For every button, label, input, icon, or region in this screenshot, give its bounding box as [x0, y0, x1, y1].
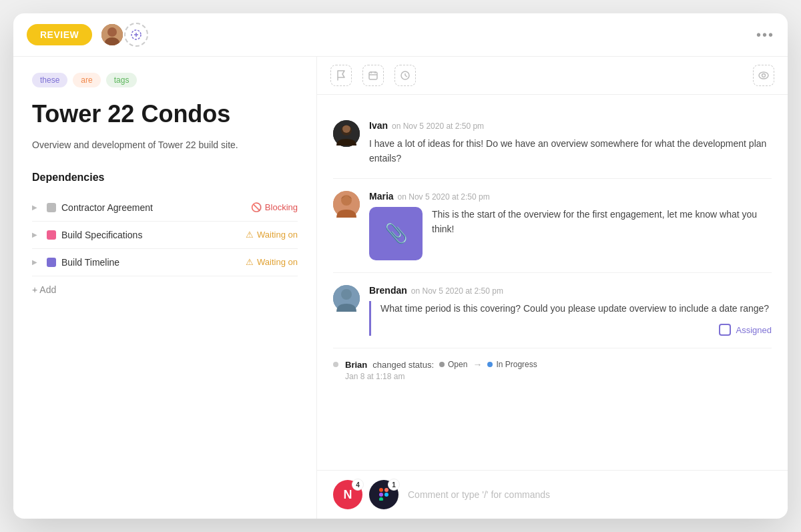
user-avatar	[100, 23, 124, 47]
comment-text: What time period is this covering? Could…	[380, 301, 772, 316]
table-row: ▶ Build Timeline ⚠ Waiting on	[32, 249, 298, 276]
tag-tags[interactable]: tags	[106, 73, 138, 87]
left-panel: these are tags Tower 22 Condos Overview …	[13, 57, 317, 519]
attachment-thumbnail[interactable]: 📎	[369, 207, 423, 260]
tag-these[interactable]: these	[32, 73, 67, 87]
svg-point-26	[384, 493, 388, 497]
comments-area: Ivan on Nov 5 2020 at 2:50 pm I have a l…	[317, 95, 788, 470]
comment-input-area: N 4 1	[317, 470, 788, 519]
from-status-label: Open	[448, 360, 467, 369]
chevron-right-icon: ▶	[32, 204, 41, 211]
comment-header: Brendan on Nov 5 2020 at 2:50 pm	[369, 285, 772, 296]
dep-color-dot	[47, 203, 56, 212]
tag-are[interactable]: are	[73, 73, 100, 87]
dep-color-dot	[47, 230, 56, 240]
notion-icon: N	[344, 488, 352, 502]
table-row: ▶ Build Specifications ⚠ Waiting on	[32, 222, 298, 249]
dependencies-title: Dependencies	[32, 172, 298, 184]
app-window: REVIEW •••	[13, 13, 788, 519]
top-bar: REVIEW •••	[13, 13, 788, 57]
chevron-right-icon: ▶	[32, 231, 41, 238]
comment-block: Brendan on Nov 5 2020 at 2:50 pm What ti…	[333, 273, 772, 348]
eye-icon[interactable]	[753, 65, 774, 86]
page-description: Overview and development of Tower 22 bui…	[32, 138, 298, 152]
waiting-icon: ⚠	[246, 257, 254, 267]
comment-block: Ivan on Nov 5 2020 at 2:50 pm I have a l…	[333, 108, 772, 179]
svg-rect-22	[379, 488, 383, 492]
clock-icon[interactable]	[394, 65, 416, 86]
comment-time: on Nov 5 2020 at 2:50 pm	[398, 192, 490, 202]
add-dependency-button[interactable]: + Add	[32, 284, 298, 295]
paperclip-icon: 📎	[384, 222, 408, 244]
dep-status-waiting: ⚠ Waiting on	[246, 257, 298, 267]
comment-text: This is the start of the overview for th…	[432, 207, 772, 237]
comment-text: I have a lot of ideas for this! Do we ha…	[369, 136, 772, 166]
comment-author: Brendan	[369, 285, 407, 296]
avatar	[333, 120, 360, 147]
dep-status-waiting: ⚠ Waiting on	[246, 230, 298, 240]
comment-header: Maria on Nov 5 2020 at 2:50 pm	[369, 191, 772, 202]
flag-icon[interactable]	[330, 65, 352, 86]
avatar	[333, 285, 360, 312]
add-member-button[interactable]	[124, 23, 148, 47]
svg-point-13	[759, 72, 768, 79]
status-change-content: Brian changed status: Open → In Progress	[345, 359, 772, 381]
notion-badge-count: 4	[352, 479, 364, 491]
dependencies-list: ▶ Contractor Agreement 🚫 Blocking ▶ Buil…	[32, 194, 298, 276]
status-change-action: changed status:	[372, 360, 434, 370]
comment-content: Ivan on Nov 5 2020 at 2:50 pm I have a l…	[369, 120, 772, 166]
comment-input[interactable]: Comment or type '/' for commands	[408, 489, 772, 500]
svg-rect-25	[379, 497, 383, 501]
comment-content: Brendan on Nov 5 2020 at 2:50 pm What ti…	[369, 285, 772, 336]
comment-content: Maria on Nov 5 2020 at 2:50 pm 📎 This is…	[369, 191, 772, 260]
dep-name: Build Specifications	[61, 230, 240, 240]
review-button[interactable]: REVIEW	[27, 24, 92, 45]
from-status: Open	[439, 360, 467, 369]
arrow-right-icon: →	[473, 359, 482, 370]
status-change-line: Brian changed status: Open → In Progress	[345, 359, 772, 370]
avatar	[333, 191, 360, 218]
from-status-dot	[439, 362, 445, 367]
to-status: In Progress	[487, 360, 537, 369]
assigned-checkbox[interactable]	[719, 324, 731, 336]
svg-point-1	[107, 27, 117, 37]
main-content: these are tags Tower 22 Condos Overview …	[13, 57, 788, 519]
status-change-time: Jan 8 at 1:18 am	[345, 372, 772, 381]
table-row: ▶ Contractor Agreement 🚫 Blocking	[32, 194, 298, 222]
svg-point-19	[341, 195, 352, 206]
chevron-right-icon: ▶	[32, 258, 41, 266]
figma-badge[interactable]: 1	[369, 480, 398, 509]
svg-point-21	[341, 289, 352, 300]
brendan-comment-body: What time period is this covering? Could…	[369, 301, 772, 336]
assigned-label: Assigned	[736, 325, 772, 335]
comment-author: Ivan	[369, 120, 388, 131]
more-options-button[interactable]: •••	[756, 27, 774, 43]
assigned-row: Assigned	[380, 324, 772, 336]
status-dot	[333, 362, 338, 367]
to-status-dot	[487, 362, 493, 367]
svg-rect-23	[384, 488, 388, 492]
blocking-icon: 🚫	[251, 202, 262, 212]
notion-badge[interactable]: N 4	[333, 480, 362, 509]
avatar-face	[100, 23, 124, 47]
svg-point-17	[342, 125, 350, 133]
status-change-author: Brian	[345, 360, 367, 370]
avatar-group	[100, 23, 148, 47]
calendar-icon[interactable]	[362, 65, 384, 86]
status-change-row: Brian changed status: Open → In Progress	[333, 348, 772, 392]
dep-status-blocking: 🚫 Blocking	[251, 202, 298, 212]
svg-rect-24	[379, 493, 383, 497]
dep-name: Build Timeline	[61, 257, 240, 268]
to-status-label: In Progress	[496, 360, 537, 369]
svg-point-14	[762, 74, 766, 77]
comment-attachment: 📎 This is the start of the overview for …	[369, 207, 772, 260]
right-panel: Ivan on Nov 5 2020 at 2:50 pm I have a l…	[317, 57, 788, 519]
comment-block: Maria on Nov 5 2020 at 2:50 pm 📎 This is…	[333, 179, 772, 273]
figma-badge-count: 1	[388, 479, 400, 491]
page-title: Tower 22 Condos	[32, 99, 298, 128]
comment-time: on Nov 5 2020 at 2:50 pm	[392, 121, 484, 131]
comment-time: on Nov 5 2020 at 2:50 pm	[411, 286, 503, 296]
comment-header: Ivan on Nov 5 2020 at 2:50 pm	[369, 120, 772, 131]
app-badges: N 4 1	[333, 480, 398, 509]
comment-author: Maria	[369, 191, 394, 202]
